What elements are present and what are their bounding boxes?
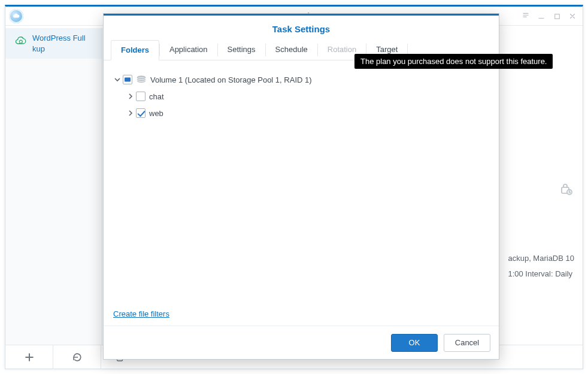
svg-rect-0 [554, 14, 559, 19]
app-icon [9, 9, 23, 23]
tree-row-folder[interactable]: chat [113, 88, 489, 105]
sidebar-task-item[interactable]: WordPress Fullkup [5, 28, 102, 59]
folder-tree: Volume 1 (Located on Storage Pool 1, RAI… [113, 71, 489, 121]
tab-settings[interactable]: Settings [218, 40, 265, 60]
cloud-backup-icon [14, 35, 26, 47]
checkbox-checked[interactable] [136, 108, 146, 118]
sidebar-task-label: WordPress Fullkup [32, 33, 86, 54]
checkbox-mixed[interactable] [123, 75, 132, 84]
tab-folders[interactable]: Folders [111, 40, 159, 60]
cancel-button[interactable]: Cancel [444, 334, 490, 352]
window-pin-icon[interactable] [519, 10, 532, 23]
task-sidebar: WordPress Fullkup [5, 28, 102, 369]
create-file-filters-link[interactable]: Create file filters [113, 309, 169, 318]
tree-row-volume[interactable]: Volume 1 (Located on Storage Pool 1, RAI… [113, 71, 489, 88]
maximize-icon[interactable] [550, 10, 563, 23]
lock-icon[interactable] [559, 181, 573, 197]
minimize-icon[interactable] [535, 10, 548, 23]
caret-down-icon[interactable] [113, 75, 122, 84]
add-button[interactable] [5, 345, 53, 369]
checkbox-unchecked[interactable] [136, 92, 146, 101]
svg-point-3 [76, 356, 77, 357]
caret-right-icon[interactable] [126, 109, 135, 117]
tree-label: web [149, 109, 163, 118]
restore-button[interactable] [53, 345, 101, 369]
window-controls [519, 7, 579, 26]
tab-schedule[interactable]: Schedule [266, 40, 317, 60]
tree-row-folder[interactable]: web [113, 105, 489, 121]
task-info-text: ackup, MariaDB 10 1:00 Interval: Daily [508, 251, 574, 282]
rotation-tooltip: The plan you purchased does not support … [354, 54, 553, 69]
caret-right-icon[interactable] [126, 92, 135, 101]
dialog-title: Task Settings [104, 16, 499, 40]
close-icon[interactable] [566, 10, 579, 23]
tree-label: chat [149, 92, 164, 101]
volume-icon [136, 75, 147, 84]
ok-button[interactable]: OK [391, 334, 438, 352]
tab-application[interactable]: Application [160, 40, 217, 60]
dialog-footer: OK Cancel [104, 326, 499, 359]
tree-label-volume: Volume 1 (Located on Storage Pool 1, RAI… [150, 75, 312, 84]
